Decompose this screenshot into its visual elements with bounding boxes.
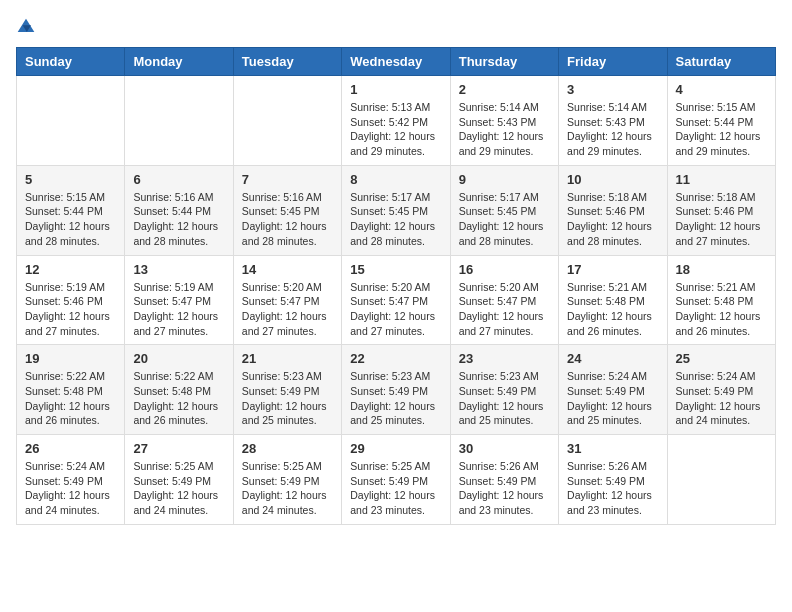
logo-icon [16, 17, 36, 37]
day-number: 20 [133, 351, 224, 366]
day-cell: 9Sunrise: 5:17 AM Sunset: 5:45 PM Daylig… [450, 165, 558, 255]
day-cell: 3Sunrise: 5:14 AM Sunset: 5:43 PM Daylig… [559, 76, 667, 166]
day-cell: 13Sunrise: 5:19 AM Sunset: 5:47 PM Dayli… [125, 255, 233, 345]
day-cell: 2Sunrise: 5:14 AM Sunset: 5:43 PM Daylig… [450, 76, 558, 166]
day-number: 26 [25, 441, 116, 456]
day-cell: 22Sunrise: 5:23 AM Sunset: 5:49 PM Dayli… [342, 345, 450, 435]
day-cell: 20Sunrise: 5:22 AM Sunset: 5:48 PM Dayli… [125, 345, 233, 435]
day-info: Sunrise: 5:15 AM Sunset: 5:44 PM Dayligh… [676, 100, 767, 159]
day-number: 1 [350, 82, 441, 97]
day-number: 24 [567, 351, 658, 366]
day-number: 17 [567, 262, 658, 277]
day-cell: 14Sunrise: 5:20 AM Sunset: 5:47 PM Dayli… [233, 255, 341, 345]
day-info: Sunrise: 5:25 AM Sunset: 5:49 PM Dayligh… [242, 459, 333, 518]
day-cell: 5Sunrise: 5:15 AM Sunset: 5:44 PM Daylig… [17, 165, 125, 255]
weekday-header-row: SundayMondayTuesdayWednesdayThursdayFrid… [17, 48, 776, 76]
day-number: 14 [242, 262, 333, 277]
day-number: 16 [459, 262, 550, 277]
day-number: 29 [350, 441, 441, 456]
day-number: 6 [133, 172, 224, 187]
day-number: 23 [459, 351, 550, 366]
day-cell [125, 76, 233, 166]
day-info: Sunrise: 5:13 AM Sunset: 5:42 PM Dayligh… [350, 100, 441, 159]
day-info: Sunrise: 5:16 AM Sunset: 5:45 PM Dayligh… [242, 190, 333, 249]
day-cell: 19Sunrise: 5:22 AM Sunset: 5:48 PM Dayli… [17, 345, 125, 435]
day-info: Sunrise: 5:25 AM Sunset: 5:49 PM Dayligh… [350, 459, 441, 518]
day-info: Sunrise: 5:24 AM Sunset: 5:49 PM Dayligh… [25, 459, 116, 518]
day-info: Sunrise: 5:20 AM Sunset: 5:47 PM Dayligh… [242, 280, 333, 339]
day-cell: 4Sunrise: 5:15 AM Sunset: 5:44 PM Daylig… [667, 76, 775, 166]
day-info: Sunrise: 5:15 AM Sunset: 5:44 PM Dayligh… [25, 190, 116, 249]
day-cell: 6Sunrise: 5:16 AM Sunset: 5:44 PM Daylig… [125, 165, 233, 255]
day-number: 31 [567, 441, 658, 456]
day-info: Sunrise: 5:23 AM Sunset: 5:49 PM Dayligh… [350, 369, 441, 428]
day-number: 4 [676, 82, 767, 97]
weekday-header-saturday: Saturday [667, 48, 775, 76]
week-row-1: 1Sunrise: 5:13 AM Sunset: 5:42 PM Daylig… [17, 76, 776, 166]
day-info: Sunrise: 5:24 AM Sunset: 5:49 PM Dayligh… [676, 369, 767, 428]
day-info: Sunrise: 5:20 AM Sunset: 5:47 PM Dayligh… [350, 280, 441, 339]
week-row-3: 12Sunrise: 5:19 AM Sunset: 5:46 PM Dayli… [17, 255, 776, 345]
day-cell: 11Sunrise: 5:18 AM Sunset: 5:46 PM Dayli… [667, 165, 775, 255]
day-number: 22 [350, 351, 441, 366]
day-cell: 27Sunrise: 5:25 AM Sunset: 5:49 PM Dayli… [125, 435, 233, 525]
day-cell: 16Sunrise: 5:20 AM Sunset: 5:47 PM Dayli… [450, 255, 558, 345]
day-number: 27 [133, 441, 224, 456]
weekday-header-friday: Friday [559, 48, 667, 76]
day-number: 13 [133, 262, 224, 277]
day-cell: 10Sunrise: 5:18 AM Sunset: 5:46 PM Dayli… [559, 165, 667, 255]
day-cell [667, 435, 775, 525]
weekday-header-tuesday: Tuesday [233, 48, 341, 76]
day-cell: 26Sunrise: 5:24 AM Sunset: 5:49 PM Dayli… [17, 435, 125, 525]
day-cell: 29Sunrise: 5:25 AM Sunset: 5:49 PM Dayli… [342, 435, 450, 525]
header [16, 16, 776, 37]
day-info: Sunrise: 5:22 AM Sunset: 5:48 PM Dayligh… [25, 369, 116, 428]
day-cell: 21Sunrise: 5:23 AM Sunset: 5:49 PM Dayli… [233, 345, 341, 435]
logo [16, 16, 40, 37]
day-cell: 31Sunrise: 5:26 AM Sunset: 5:49 PM Dayli… [559, 435, 667, 525]
day-info: Sunrise: 5:17 AM Sunset: 5:45 PM Dayligh… [350, 190, 441, 249]
week-row-2: 5Sunrise: 5:15 AM Sunset: 5:44 PM Daylig… [17, 165, 776, 255]
week-row-4: 19Sunrise: 5:22 AM Sunset: 5:48 PM Dayli… [17, 345, 776, 435]
day-info: Sunrise: 5:17 AM Sunset: 5:45 PM Dayligh… [459, 190, 550, 249]
day-number: 8 [350, 172, 441, 187]
day-number: 25 [676, 351, 767, 366]
day-cell: 28Sunrise: 5:25 AM Sunset: 5:49 PM Dayli… [233, 435, 341, 525]
day-cell: 18Sunrise: 5:21 AM Sunset: 5:48 PM Dayli… [667, 255, 775, 345]
day-cell: 7Sunrise: 5:16 AM Sunset: 5:45 PM Daylig… [233, 165, 341, 255]
day-info: Sunrise: 5:18 AM Sunset: 5:46 PM Dayligh… [567, 190, 658, 249]
day-number: 10 [567, 172, 658, 187]
day-cell [17, 76, 125, 166]
week-row-5: 26Sunrise: 5:24 AM Sunset: 5:49 PM Dayli… [17, 435, 776, 525]
day-info: Sunrise: 5:14 AM Sunset: 5:43 PM Dayligh… [567, 100, 658, 159]
day-info: Sunrise: 5:26 AM Sunset: 5:49 PM Dayligh… [459, 459, 550, 518]
day-info: Sunrise: 5:21 AM Sunset: 5:48 PM Dayligh… [676, 280, 767, 339]
day-number: 3 [567, 82, 658, 97]
day-number: 2 [459, 82, 550, 97]
day-info: Sunrise: 5:22 AM Sunset: 5:48 PM Dayligh… [133, 369, 224, 428]
day-cell: 25Sunrise: 5:24 AM Sunset: 5:49 PM Dayli… [667, 345, 775, 435]
day-number: 30 [459, 441, 550, 456]
day-info: Sunrise: 5:19 AM Sunset: 5:47 PM Dayligh… [133, 280, 224, 339]
day-cell: 17Sunrise: 5:21 AM Sunset: 5:48 PM Dayli… [559, 255, 667, 345]
day-cell [233, 76, 341, 166]
day-info: Sunrise: 5:23 AM Sunset: 5:49 PM Dayligh… [459, 369, 550, 428]
day-info: Sunrise: 5:24 AM Sunset: 5:49 PM Dayligh… [567, 369, 658, 428]
day-cell: 12Sunrise: 5:19 AM Sunset: 5:46 PM Dayli… [17, 255, 125, 345]
day-number: 18 [676, 262, 767, 277]
day-number: 5 [25, 172, 116, 187]
day-cell: 15Sunrise: 5:20 AM Sunset: 5:47 PM Dayli… [342, 255, 450, 345]
day-number: 19 [25, 351, 116, 366]
day-cell: 23Sunrise: 5:23 AM Sunset: 5:49 PM Dayli… [450, 345, 558, 435]
day-number: 12 [25, 262, 116, 277]
day-cell: 30Sunrise: 5:26 AM Sunset: 5:49 PM Dayli… [450, 435, 558, 525]
day-info: Sunrise: 5:20 AM Sunset: 5:47 PM Dayligh… [459, 280, 550, 339]
day-info: Sunrise: 5:25 AM Sunset: 5:49 PM Dayligh… [133, 459, 224, 518]
day-info: Sunrise: 5:21 AM Sunset: 5:48 PM Dayligh… [567, 280, 658, 339]
day-info: Sunrise: 5:23 AM Sunset: 5:49 PM Dayligh… [242, 369, 333, 428]
day-number: 11 [676, 172, 767, 187]
day-info: Sunrise: 5:26 AM Sunset: 5:49 PM Dayligh… [567, 459, 658, 518]
day-cell: 8Sunrise: 5:17 AM Sunset: 5:45 PM Daylig… [342, 165, 450, 255]
weekday-header-monday: Monday [125, 48, 233, 76]
weekday-header-sunday: Sunday [17, 48, 125, 76]
